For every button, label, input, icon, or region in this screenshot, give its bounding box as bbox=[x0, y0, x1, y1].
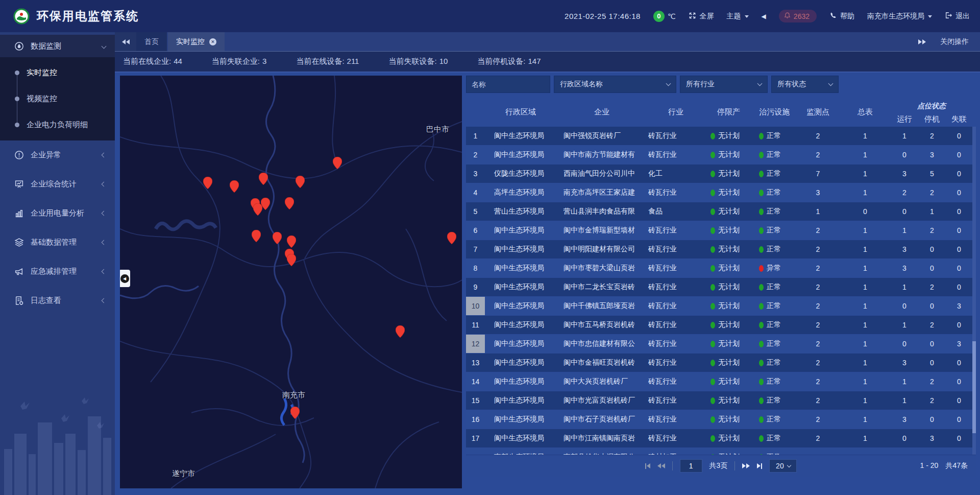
sidebar-group: 日志查看 bbox=[0, 286, 115, 315]
cell-region: 高坪生态环境局 bbox=[485, 183, 556, 202]
cell-industry: 砖瓦行业 bbox=[647, 391, 704, 410]
cell-company: 阆中市光富页岩机砖厂 bbox=[556, 391, 647, 410]
tabs-forward-button[interactable] bbox=[918, 39, 926, 44]
map-pin[interactable] bbox=[203, 177, 212, 189]
tab-首页[interactable]: 首页 bbox=[136, 32, 167, 51]
sidebar-subitem-视频监控[interactable]: 视频监控 bbox=[0, 86, 115, 112]
notification-badge[interactable]: 2632 bbox=[779, 10, 817, 22]
table-row[interactable]: 11 阆中生态环境局 阆中市五马桥页岩机砖 砖瓦行业 无计划 正常 2 1 1 … bbox=[466, 316, 976, 334]
map-pin[interactable] bbox=[333, 157, 342, 169]
cell-meter-count: 1 bbox=[840, 127, 891, 145]
sidebar-subitem-实时监控[interactable]: 实时监控 bbox=[0, 60, 115, 86]
status-filter-select[interactable]: 所有状态 bbox=[771, 76, 839, 93]
map-pin[interactable] bbox=[259, 173, 268, 185]
table-row[interactable]: 8 阆中生态环境局 阆中市枣碧大梁山页岩 砖瓦行业 无计划 异常 2 1 3 0… bbox=[466, 259, 976, 277]
map-pin[interactable] bbox=[287, 235, 296, 248]
table-row[interactable]: 5 营山生态环境局 营山县润丰肉食品有限 食品 无计划 正常 1 0 0 1 0 bbox=[466, 202, 976, 221]
sound-icon[interactable]: ◀ bbox=[762, 13, 766, 20]
table-scrollbar[interactable] bbox=[972, 127, 976, 455]
cell-index: 14 bbox=[466, 372, 485, 391]
phone-icon bbox=[829, 12, 837, 20]
table-row[interactable]: 10 阆中生态环境局 阆中千佛镇五郎垭页岩 砖瓦行业 无计划 正常 2 1 0 … bbox=[466, 297, 976, 315]
page-number-input[interactable] bbox=[680, 459, 702, 473]
tabs-collapse-button[interactable] bbox=[115, 32, 136, 51]
cell-company: 阆中市金福旺页岩机砖 bbox=[556, 353, 647, 372]
theme-menu[interactable]: 主题 bbox=[727, 12, 749, 21]
table-row[interactable]: 18 南部生态环境局 南部县雄华水泥有限公 建材加工 无计划 正常 6 0 0 … bbox=[466, 448, 976, 455]
map-pin[interactable] bbox=[396, 325, 405, 338]
map-collapse-button[interactable]: ◀ bbox=[120, 270, 130, 287]
map-panel[interactable]: 巴中市南充市遂宁市 bbox=[120, 76, 462, 488]
enterprise-panel: 行政区域名称 所有行业 所有状态 行政区域 企业 行业 停限产 治污设施 bbox=[466, 76, 976, 477]
cell-halt-count: 5 bbox=[918, 164, 946, 183]
cell-lost-count: 0 bbox=[946, 240, 972, 258]
table-row[interactable]: 9 阆中生态环境局 阆中市二龙长宝页岩砖 砖瓦行业 无计划 正常 2 1 1 2… bbox=[466, 278, 976, 296]
tab-close-icon[interactable]: ✕ bbox=[209, 38, 216, 45]
log-view-icon bbox=[14, 296, 24, 305]
close-operations-button[interactable]: 关闭操作 bbox=[940, 37, 969, 46]
sidebar-group: 基础数据管理 bbox=[0, 228, 115, 257]
cell-company: 阆中明阳建材有限公司 bbox=[556, 240, 647, 258]
table-row[interactable]: 15 阆中生态环境局 阆中市光富页岩机砖厂 砖瓦行业 无计划 正常 2 1 1 … bbox=[466, 391, 976, 410]
next-page-button[interactable] bbox=[742, 463, 750, 468]
cell-meter-count: 1 bbox=[840, 297, 891, 315]
cell-facility-status: 正常 bbox=[753, 202, 796, 221]
prev-page-button[interactable] bbox=[657, 463, 665, 468]
table-row[interactable]: 3 仪陇生态环境局 西南油气田分公司川中 化工 无计划 正常 7 1 3 5 0 bbox=[466, 164, 976, 183]
map-pin[interactable] bbox=[447, 232, 456, 244]
map-pin[interactable] bbox=[230, 180, 239, 193]
last-page-button[interactable] bbox=[757, 463, 762, 469]
fullscreen-button[interactable]: 全屏 bbox=[689, 12, 714, 21]
logout-button[interactable]: 退出 bbox=[945, 12, 970, 21]
sidebar-item-应急减排管理[interactable]: 应急减排管理 bbox=[0, 257, 115, 286]
name-filter-input[interactable] bbox=[466, 76, 550, 93]
map-pin[interactable] bbox=[290, 407, 300, 419]
col-lost: 失联 bbox=[946, 112, 972, 127]
industry-filter-select[interactable]: 所有行业 bbox=[680, 76, 768, 93]
map-pin[interactable] bbox=[253, 203, 262, 216]
help-button[interactable]: 帮助 bbox=[829, 12, 854, 21]
table-row[interactable]: 4 高坪生态环境局 南充市高坪区王家店建 砖瓦行业 无计划 正常 3 1 2 2… bbox=[466, 183, 976, 202]
cell-stop-status: 无计划 bbox=[704, 353, 753, 372]
cell-stop-status: 无计划 bbox=[704, 240, 753, 258]
cell-index: 4 bbox=[466, 183, 485, 202]
page-size-select[interactable]: 20 bbox=[769, 459, 797, 473]
map-pin[interactable] bbox=[287, 254, 296, 266]
status-dot-icon bbox=[759, 208, 764, 215]
temperature-badge: 0 bbox=[653, 11, 665, 22]
cell-lost-count: 0 bbox=[946, 259, 972, 277]
map-pin[interactable] bbox=[273, 232, 282, 244]
status-dot-icon bbox=[710, 246, 715, 253]
cell-index: 8 bbox=[466, 259, 485, 277]
table-row[interactable]: 7 阆中生态环境局 阆中明阳建材有限公司 砖瓦行业 无计划 正常 2 1 3 0… bbox=[466, 240, 976, 258]
table-row[interactable]: 6 阆中生态环境局 阆中市金博瑞新型墙材 砖瓦行业 无计划 正常 2 1 1 2… bbox=[466, 221, 976, 240]
sidebar-item-企业异常[interactable]: 企业异常 bbox=[0, 140, 115, 170]
sidebar-item-企业综合统计[interactable]: 企业综合统计 bbox=[0, 170, 115, 199]
sidebar-item-日志查看[interactable]: 日志查看 bbox=[0, 286, 115, 315]
table-row[interactable]: 16 阆中生态环境局 阆中市石子页岩机砖厂 砖瓦行业 无计划 正常 2 1 3 … bbox=[466, 410, 976, 429]
cell-region: 阆中生态环境局 bbox=[485, 316, 556, 334]
table-row[interactable]: 17 阆中生态环境局 阆中市江南镇阆南页岩 砖瓦行业 无计划 正常 2 1 0 … bbox=[466, 429, 976, 447]
col-point-status: 点位状态 bbox=[891, 97, 972, 112]
sidebar-item-数据监测[interactable]: 数据监测 bbox=[0, 35, 115, 57]
cell-lost-count: 0 bbox=[946, 202, 972, 221]
first-page-button[interactable] bbox=[645, 463, 650, 469]
table-row[interactable]: 2 阆中生态环境局 阆中市南方节能建材有 砖瓦行业 无计划 正常 2 1 0 3… bbox=[466, 146, 976, 164]
table-row[interactable]: 14 阆中生态环境局 阆中大兴页岩机砖厂 砖瓦行业 无计划 正常 2 1 1 2… bbox=[466, 372, 976, 391]
map-pin[interactable] bbox=[285, 197, 294, 209]
table-row[interactable]: 12 阆中生态环境局 阆中市忠信建材有限公 砖瓦行业 无计划 正常 2 1 0 … bbox=[466, 335, 976, 353]
table-row[interactable]: 13 阆中生态环境局 阆中市金福旺页岩机砖 砖瓦行业 无计划 正常 2 1 3 … bbox=[466, 353, 976, 372]
scrollbar-thumb[interactable] bbox=[972, 341, 976, 433]
tab-实时监控[interactable]: 实时监控 ✕ bbox=[168, 32, 225, 51]
table-row[interactable]: 1 阆中生态环境局 阆中强锐页岩砖厂 砖瓦行业 无计划 正常 2 1 1 2 0 bbox=[466, 127, 976, 145]
sidebar-item-企业用电量分析[interactable]: 企业用电量分析 bbox=[0, 199, 115, 228]
org-menu[interactable]: 南充市生态环境局 bbox=[867, 12, 932, 21]
sidebar-subitem-企业电力负荷明细[interactable]: 企业电力负荷明细 bbox=[0, 112, 115, 138]
status-dot-icon bbox=[710, 265, 715, 272]
cell-monitor-count: 2 bbox=[796, 353, 840, 372]
region-filter-select[interactable]: 行政区域名称 bbox=[554, 76, 676, 93]
map-pin[interactable] bbox=[252, 230, 261, 242]
sidebar-item-基础数据管理[interactable]: 基础数据管理 bbox=[0, 228, 115, 257]
cell-lost-count: 0 bbox=[946, 146, 972, 164]
map-pin[interactable] bbox=[296, 176, 305, 188]
